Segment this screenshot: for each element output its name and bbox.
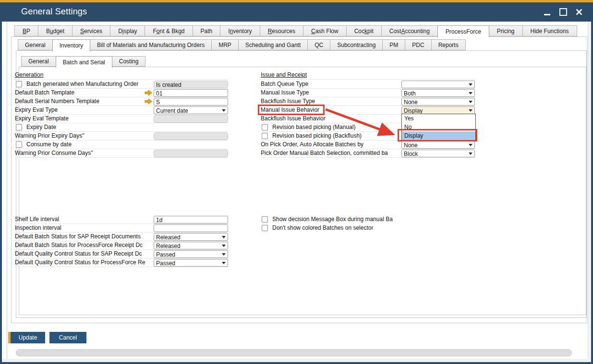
form-row: Expiry Eval Template [15, 115, 228, 123]
cancel-button[interactable]: Cancel [49, 332, 86, 343]
maximize-icon[interactable] [559, 8, 568, 16]
link-arrow-icon[interactable] [145, 90, 153, 96]
dropdown-option-display[interactable]: Display [402, 131, 475, 140]
minimize-icon[interactable] [543, 8, 552, 16]
tab-qc[interactable]: QC [307, 39, 330, 50]
tab-services[interactable]: Services [72, 25, 110, 36]
pick-order-manual-batch-selection-committed-ba-dropdown[interactable]: Block [401, 150, 475, 157]
show-decision-message-box-during-manual-ba-label: Show decision Message Box during manual … [272, 215, 393, 223]
tab-cash-flow[interactable]: Cash Flow [303, 25, 347, 36]
issue-and-receipt-section-heading: Issue and Receipt [261, 71, 475, 80]
main-tab-bar: BPBudgetServicesDisplayFont & BkgdPathIn… [14, 25, 577, 36]
checkbox-don-t-show-colored-batches-on-selector[interactable] [262, 225, 268, 231]
tab-budget[interactable]: Budget [38, 25, 73, 36]
dropdown-arrow-icon [469, 83, 472, 86]
checkbox-consume-by-date[interactable] [16, 141, 22, 148]
tab-inventory[interactable]: Inventory [220, 25, 260, 36]
batch-generated-when-manufacturing-order-label: Batch generated when Manufacturing Order [26, 80, 138, 88]
checkbox-revision-based-picking-manual[interactable] [262, 124, 268, 130]
default-serial-numbers-template-input[interactable]: S [154, 98, 228, 106]
tab-font-bkgd[interactable]: Font & Bkgd [145, 25, 193, 36]
default-quality-control-status-for-sap-receipt-dc-dropdown[interactable]: Passed [154, 250, 228, 258]
inspection-interval-label: Inspection interval [15, 224, 61, 232]
dropdown-option-yes[interactable]: Yes [402, 114, 475, 123]
manual-issue-behavior-label: Manual Issue Behavior [261, 106, 319, 114]
tab-path[interactable]: Path [193, 25, 221, 36]
expiry-date-label: Expiry Date [26, 123, 56, 131]
link-arrow-icon[interactable] [145, 98, 153, 105]
on-pick-order-auto-allocate-batches-by-label: On Pick Order, Auto Allocate Batches by [261, 141, 363, 149]
tab-processforce[interactable]: ProcessForce [437, 25, 489, 37]
tab-costing[interactable]: Costing [112, 56, 146, 67]
checkbox-batch-generated-when-manufacturing-order[interactable] [16, 81, 22, 87]
horizontal-scrollbar-thumb[interactable] [16, 349, 572, 356]
tab-reports[interactable]: Reports [431, 39, 466, 50]
backflush-issue-type-label: Backflush Issue Type [261, 97, 315, 106]
generation-form: Batch generated when Manufacturing Order… [15, 80, 228, 158]
default-batch-status-for-sap-receipt-documents-label: Default Batch Status for SAP Receipt Doc… [15, 233, 141, 241]
dropdown-arrow-icon [222, 236, 226, 238]
form-row: Expiry Date [15, 123, 228, 132]
window-controls [543, 2, 583, 22]
tab-hide-functions[interactable]: Hide Functions [522, 25, 577, 36]
revision-based-picking-manual-label: Revision based picking (Manual) [272, 123, 355, 131]
tab-resources[interactable]: Resources [260, 25, 303, 36]
content-left-edge [7, 22, 7, 359]
expiry-eval-template-label: Expiry Eval Template [15, 115, 69, 123]
dropdown-arrow-icon [469, 92, 472, 94]
dropdown-arrow-icon [469, 153, 472, 155]
dropdown-option-no[interactable]: No [402, 123, 475, 131]
checkbox-show-decision-message-box-during-manual-ba[interactable] [262, 216, 268, 223]
tab-pricing[interactable]: Pricing [489, 25, 523, 36]
form-row: Default Quality Control Status for SAP R… [15, 250, 228, 258]
titlebar[interactable]: General Settings [0, 2, 593, 22]
form-row: Consume by date [15, 141, 228, 149]
form-row: Default Quality Control Status for Proce… [15, 258, 228, 267]
tab-general[interactable]: General [21, 56, 56, 67]
default-batch-status-for-processforce-receipt-dc-dropdown[interactable]: Released [154, 242, 228, 249]
form-row: Batch generated when Manufacturing Order… [15, 80, 228, 89]
batch-status-form: Shelf Life interval1dInspection interval… [15, 215, 228, 267]
batch-queue-type-label: Batch Queue Type [261, 80, 308, 88]
shelf-life-interval-input[interactable]: 1d [154, 216, 228, 223]
expiry-eval-type-dropdown[interactable]: Current date [154, 106, 228, 114]
tab-inventory[interactable]: Inventory [52, 39, 90, 51]
default-quality-control-status-for-processforce-re-label: Default Quality Control Status for Proce… [15, 258, 145, 267]
tab-cockpit[interactable]: Cockpit [346, 25, 382, 36]
close-icon[interactable] [575, 8, 583, 16]
tab-subcontracting[interactable]: Subcontracting [330, 39, 383, 50]
window-title: General Settings [21, 7, 87, 17]
manual-issue-type-dropdown[interactable]: Both [401, 89, 475, 97]
on-pick-order-auto-allocate-batches-by-dropdown[interactable]: None [401, 141, 475, 149]
update-button[interactable]: Update [8, 332, 45, 343]
tab-pdc[interactable]: PDC [405, 39, 431, 50]
default-batch-template-input[interactable]: 01 [154, 89, 228, 97]
batch-queue-type-dropdown[interactable] [401, 81, 475, 88]
selector-options-form: Show decision Message Box during manual … [261, 215, 475, 233]
tab-mrp[interactable]: MRP [211, 39, 239, 50]
tab-bp[interactable]: BP [14, 25, 38, 36]
vertical-scrollbar-gutter [588, 22, 591, 359]
backflush-issue-type-dropdown[interactable]: None [401, 98, 475, 106]
form-row: Pick Order Manual Batch Selection, commi… [261, 149, 475, 158]
dropdown-arrow-icon [222, 262, 226, 264]
form-row: Manual Issue TypeBoth [261, 89, 475, 97]
inspection-interval-input[interactable] [154, 224, 228, 232]
tab-pm[interactable]: PM [382, 39, 405, 50]
warning-prior-consume-days-label: Warning Prior Consume Days" [15, 149, 93, 157]
tab-batch-and-serial[interactable]: Batch and Serial [56, 56, 112, 68]
tab-general[interactable]: General [18, 39, 53, 50]
warning-prior-expiry-days-input [154, 132, 228, 140]
default-quality-control-status-for-processforce-re-dropdown[interactable]: Passed [154, 259, 228, 267]
checkbox-expiry-date[interactable] [16, 124, 22, 130]
tab-display[interactable]: Display [110, 25, 145, 36]
tab-scheduling-and-gantt[interactable]: Scheduling and Gantt [238, 39, 308, 50]
tab-cost-accounting[interactable]: Cost Accounting [381, 25, 438, 36]
warning-prior-consume-days-input [154, 150, 228, 157]
default-quality-control-status-for-sap-receipt-dc-label: Default Quality Control Status for SAP R… [15, 250, 142, 258]
manual-issue-behavior-dropdown[interactable]: Display [401, 106, 475, 114]
manual-issue-type-label: Manual Issue Type [261, 89, 309, 97]
checkbox-revision-based-picking-backflush[interactable] [262, 133, 268, 139]
tab-bill-of-materials-and-manufacturing-orders[interactable]: Bill of Materials and Manufacturing Orde… [90, 39, 212, 50]
default-batch-status-for-sap-receipt-documents-dropdown[interactable]: Released [154, 233, 228, 241]
